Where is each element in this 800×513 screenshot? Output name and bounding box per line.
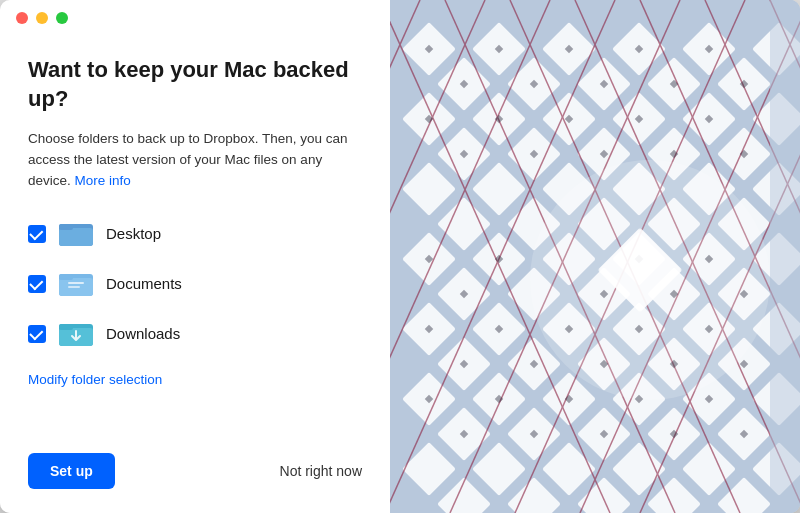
close-button[interactable] xyxy=(16,12,28,24)
maximize-button[interactable] xyxy=(56,12,68,24)
desktop-folder-icon xyxy=(58,216,94,252)
footer: Set up Not right now xyxy=(0,437,390,513)
desktop-label: Desktop xyxy=(106,225,161,242)
description-text: Choose folders to back up to Dropbox. Th… xyxy=(28,129,362,192)
svg-rect-5 xyxy=(59,274,73,280)
more-info-link[interactable]: More info xyxy=(75,173,131,188)
downloads-label: Downloads xyxy=(106,325,180,342)
background-pattern xyxy=(390,0,800,513)
page-title: Want to keep your Mac backed up? xyxy=(28,56,362,113)
setup-button[interactable]: Set up xyxy=(28,453,115,489)
right-panel xyxy=(390,0,800,513)
folder-item-documents: Documents xyxy=(28,266,362,302)
documents-folder-icon xyxy=(58,266,94,302)
svg-rect-1 xyxy=(59,228,93,246)
modify-folder-link[interactable]: Modify folder selection xyxy=(28,372,362,387)
folder-item-desktop: Desktop xyxy=(28,216,362,252)
svg-rect-6 xyxy=(68,282,84,284)
desktop-checkbox[interactable] xyxy=(28,225,46,243)
svg-rect-10 xyxy=(59,324,73,330)
folder-list: Desktop Docum xyxy=(28,216,362,352)
svg-rect-2 xyxy=(59,224,73,230)
app-window: Want to keep your Mac backed up? Choose … xyxy=(0,0,800,513)
svg-rect-7 xyxy=(68,286,80,288)
downloads-checkbox[interactable] xyxy=(28,325,46,343)
not-now-button[interactable]: Not right now xyxy=(280,463,362,479)
minimize-button[interactable] xyxy=(36,12,48,24)
svg-rect-105 xyxy=(770,0,800,513)
main-content: Want to keep your Mac backed up? Choose … xyxy=(0,36,390,437)
documents-label: Documents xyxy=(106,275,182,292)
folder-item-downloads: Downloads xyxy=(28,316,362,352)
title-bar xyxy=(0,0,390,36)
documents-checkbox[interactable] xyxy=(28,275,46,293)
downloads-folder-icon xyxy=(58,316,94,352)
left-panel: Want to keep your Mac backed up? Choose … xyxy=(0,0,390,513)
